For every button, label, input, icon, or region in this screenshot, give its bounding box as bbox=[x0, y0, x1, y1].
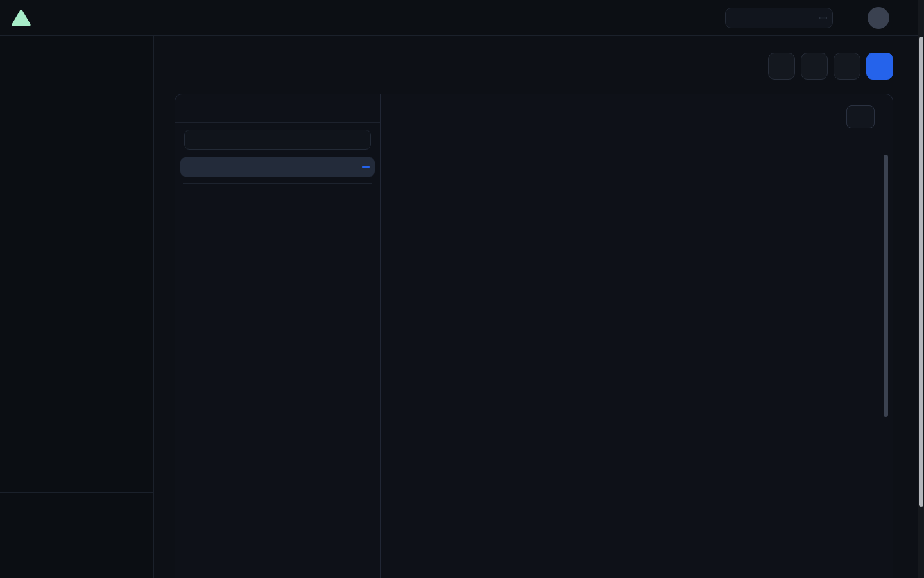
collapse-menu-button[interactable] bbox=[6, 525, 147, 552]
containers-workspace bbox=[175, 94, 893, 578]
divider bbox=[183, 183, 372, 184]
tree-pane bbox=[175, 94, 381, 578]
page-actions bbox=[768, 53, 893, 80]
list-header bbox=[381, 94, 893, 139]
search-shortcut-badge bbox=[819, 17, 827, 19]
list-pane bbox=[381, 94, 893, 578]
global-search[interactable] bbox=[725, 8, 833, 28]
page-header bbox=[154, 36, 924, 94]
main-content bbox=[154, 36, 924, 578]
tree-root-item[interactable] bbox=[180, 157, 375, 177]
tree-search-input[interactable] bbox=[196, 135, 364, 144]
header-actions bbox=[725, 7, 889, 29]
divider bbox=[0, 556, 153, 556]
tree-header bbox=[175, 94, 380, 123]
new-container-button[interactable] bbox=[866, 53, 893, 80]
sidebar-footer bbox=[0, 488, 153, 578]
cards-scrollbar-thumb[interactable] bbox=[884, 155, 888, 417]
window-scrollbar-thumb[interactable] bbox=[919, 37, 923, 507]
container-count-badge bbox=[362, 166, 370, 168]
dark-mode-toggle[interactable] bbox=[6, 496, 147, 523]
manage-types-button[interactable] bbox=[834, 53, 860, 80]
export-button[interactable] bbox=[768, 53, 795, 80]
global-search-input[interactable] bbox=[737, 13, 814, 22]
unclassified-section-label bbox=[180, 190, 375, 197]
app-version bbox=[0, 560, 153, 578]
top-header bbox=[0, 0, 924, 36]
brand-logo[interactable] bbox=[0, 8, 154, 28]
sidebar bbox=[0, 36, 154, 578]
divider bbox=[0, 492, 153, 493]
app-root bbox=[0, 0, 924, 578]
cards-region bbox=[381, 139, 893, 578]
import-button[interactable] bbox=[801, 53, 828, 80]
avatar[interactable] bbox=[868, 7, 889, 29]
sidebar-section-label bbox=[0, 44, 153, 58]
tree-search[interactable] bbox=[184, 130, 371, 150]
window-scrollbar[interactable] bbox=[918, 0, 924, 578]
sort-dropdown[interactable] bbox=[846, 105, 875, 128]
tree-list bbox=[175, 153, 380, 578]
ark-logo-icon bbox=[10, 8, 32, 28]
